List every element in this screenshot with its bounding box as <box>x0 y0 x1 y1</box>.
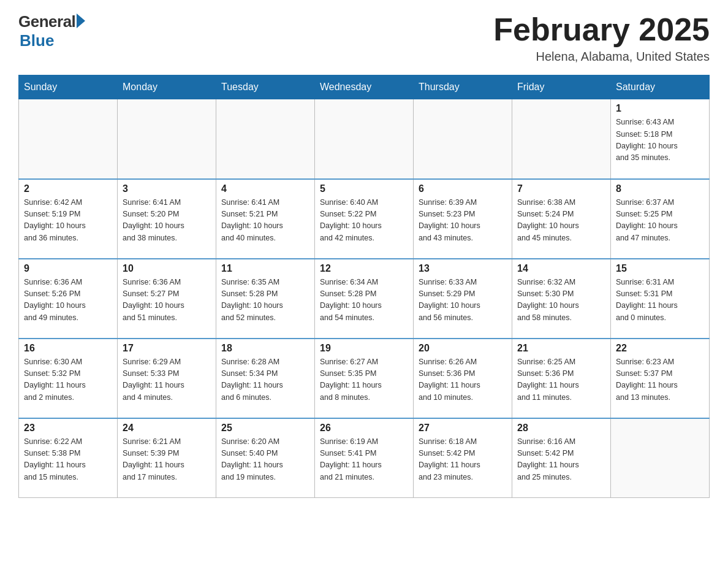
day-number: 1 <box>616 103 704 114</box>
day-number: 5 <box>320 183 408 194</box>
table-row: 2Sunrise: 6:42 AMSunset: 5:19 PMDaylight… <box>19 179 118 259</box>
day-info: Sunrise: 6:34 AMSunset: 5:28 PMDaylight:… <box>320 277 408 324</box>
day-info: Sunrise: 6:20 AMSunset: 5:40 PMDaylight:… <box>221 436 309 484</box>
day-info: Sunrise: 6:41 AMSunset: 5:21 PMDaylight:… <box>221 197 309 245</box>
day-info: Sunrise: 6:16 AMSunset: 5:42 PMDaylight:… <box>517 436 605 484</box>
day-number: 23 <box>24 423 112 434</box>
calendar-week-row: 9Sunrise: 6:36 AMSunset: 5:26 PMDaylight… <box>19 259 710 339</box>
table-row: 11Sunrise: 6:35 AMSunset: 5:28 PMDayligh… <box>216 259 315 339</box>
day-info: Sunrise: 6:23 AMSunset: 5:37 PMDaylight:… <box>616 356 704 404</box>
table-row: 6Sunrise: 6:39 AMSunset: 5:23 PMDaylight… <box>414 179 512 259</box>
day-info: Sunrise: 6:36 AMSunset: 5:27 PMDaylight:… <box>123 277 211 324</box>
day-number: 26 <box>320 423 408 434</box>
day-info: Sunrise: 6:43 AMSunset: 5:18 PMDaylight:… <box>616 117 704 164</box>
day-number: 2 <box>24 183 112 194</box>
day-number: 17 <box>123 343 211 354</box>
logo-general-text: General <box>18 12 75 31</box>
day-number: 8 <box>616 183 704 194</box>
table-row: 21Sunrise: 6:25 AMSunset: 5:36 PMDayligh… <box>512 339 611 418</box>
table-row: 17Sunrise: 6:29 AMSunset: 5:33 PMDayligh… <box>118 339 216 418</box>
table-row: 12Sunrise: 6:34 AMSunset: 5:28 PMDayligh… <box>315 259 414 339</box>
table-row <box>216 99 315 179</box>
table-row: 1Sunrise: 6:43 AMSunset: 5:18 PMDaylight… <box>611 99 710 179</box>
day-number: 15 <box>616 263 704 274</box>
day-info: Sunrise: 6:18 AMSunset: 5:42 PMDaylight:… <box>419 436 507 484</box>
day-number: 10 <box>123 263 211 274</box>
table-row: 9Sunrise: 6:36 AMSunset: 5:26 PMDaylight… <box>19 259 118 339</box>
calendar-week-row: 16Sunrise: 6:30 AMSunset: 5:32 PMDayligh… <box>19 339 710 418</box>
day-info: Sunrise: 6:41 AMSunset: 5:20 PMDaylight:… <box>123 197 211 245</box>
day-number: 3 <box>123 183 211 194</box>
day-info: Sunrise: 6:38 AMSunset: 5:24 PMDaylight:… <box>517 197 605 245</box>
table-row: 14Sunrise: 6:32 AMSunset: 5:30 PMDayligh… <box>512 259 611 339</box>
table-row <box>611 418 710 498</box>
day-number: 16 <box>24 343 112 354</box>
table-row <box>19 99 118 179</box>
day-number: 7 <box>517 183 605 194</box>
table-row <box>315 99 414 179</box>
table-row <box>512 99 611 179</box>
table-row: 15Sunrise: 6:31 AMSunset: 5:31 PMDayligh… <box>611 259 710 339</box>
table-row: 8Sunrise: 6:37 AMSunset: 5:25 PMDaylight… <box>611 179 710 259</box>
day-number: 28 <box>517 423 605 434</box>
day-info: Sunrise: 6:26 AMSunset: 5:36 PMDaylight:… <box>419 356 507 404</box>
day-info: Sunrise: 6:21 AMSunset: 5:39 PMDaylight:… <box>123 436 211 484</box>
day-number: 22 <box>616 343 704 354</box>
table-row: 23Sunrise: 6:22 AMSunset: 5:38 PMDayligh… <box>19 418 118 498</box>
calendar-table: Sunday Monday Tuesday Wednesday Thursday… <box>18 75 710 498</box>
day-number: 6 <box>419 183 507 194</box>
calendar-week-row: 2Sunrise: 6:42 AMSunset: 5:19 PMDaylight… <box>19 179 710 259</box>
location-text: Helena, Alabama, United States <box>493 50 710 64</box>
day-number: 11 <box>221 263 309 274</box>
table-row: 7Sunrise: 6:38 AMSunset: 5:24 PMDaylight… <box>512 179 611 259</box>
table-row: 18Sunrise: 6:28 AMSunset: 5:34 PMDayligh… <box>216 339 315 418</box>
table-row: 26Sunrise: 6:19 AMSunset: 5:41 PMDayligh… <box>315 418 414 498</box>
day-number: 24 <box>123 423 211 434</box>
day-info: Sunrise: 6:22 AMSunset: 5:38 PMDaylight:… <box>24 436 112 484</box>
day-info: Sunrise: 6:25 AMSunset: 5:36 PMDaylight:… <box>517 356 605 404</box>
table-row: 13Sunrise: 6:33 AMSunset: 5:29 PMDayligh… <box>414 259 512 339</box>
table-row: 19Sunrise: 6:27 AMSunset: 5:35 PMDayligh… <box>315 339 414 418</box>
day-number: 12 <box>320 263 408 274</box>
col-thursday: Thursday <box>414 75 512 99</box>
col-tuesday: Tuesday <box>216 75 315 99</box>
col-monday: Monday <box>118 75 216 99</box>
calendar-header-row: Sunday Monday Tuesday Wednesday Thursday… <box>19 75 710 99</box>
day-info: Sunrise: 6:35 AMSunset: 5:28 PMDaylight:… <box>221 277 309 324</box>
table-row: 25Sunrise: 6:20 AMSunset: 5:40 PMDayligh… <box>216 418 315 498</box>
day-number: 14 <box>517 263 605 274</box>
table-row: 4Sunrise: 6:41 AMSunset: 5:21 PMDaylight… <box>216 179 315 259</box>
day-info: Sunrise: 6:28 AMSunset: 5:34 PMDaylight:… <box>221 356 309 404</box>
table-row: 28Sunrise: 6:16 AMSunset: 5:42 PMDayligh… <box>512 418 611 498</box>
table-row: 24Sunrise: 6:21 AMSunset: 5:39 PMDayligh… <box>118 418 216 498</box>
day-info: Sunrise: 6:40 AMSunset: 5:22 PMDaylight:… <box>320 197 408 245</box>
col-friday: Friday <box>512 75 611 99</box>
table-row <box>414 99 512 179</box>
table-row: 20Sunrise: 6:26 AMSunset: 5:36 PMDayligh… <box>414 339 512 418</box>
day-info: Sunrise: 6:30 AMSunset: 5:32 PMDaylight:… <box>24 356 112 404</box>
day-info: Sunrise: 6:36 AMSunset: 5:26 PMDaylight:… <box>24 277 112 324</box>
day-number: 18 <box>221 343 309 354</box>
table-row: 16Sunrise: 6:30 AMSunset: 5:32 PMDayligh… <box>19 339 118 418</box>
table-row <box>118 99 216 179</box>
table-row: 5Sunrise: 6:40 AMSunset: 5:22 PMDaylight… <box>315 179 414 259</box>
day-info: Sunrise: 6:27 AMSunset: 5:35 PMDaylight:… <box>320 356 408 404</box>
title-section: February 2025 Helena, Alabama, United St… <box>493 12 710 64</box>
page-header: General Blue February 2025 Helena, Alaba… <box>18 12 710 64</box>
day-number: 27 <box>419 423 507 434</box>
day-info: Sunrise: 6:37 AMSunset: 5:25 PMDaylight:… <box>616 197 704 245</box>
day-info: Sunrise: 6:29 AMSunset: 5:33 PMDaylight:… <box>123 356 211 404</box>
day-number: 13 <box>419 263 507 274</box>
day-number: 25 <box>221 423 309 434</box>
day-number: 20 <box>419 343 507 354</box>
col-saturday: Saturday <box>611 75 710 99</box>
day-info: Sunrise: 6:19 AMSunset: 5:41 PMDaylight:… <box>320 436 408 484</box>
day-number: 9 <box>24 263 112 274</box>
calendar-week-row: 1Sunrise: 6:43 AMSunset: 5:18 PMDaylight… <box>19 99 710 179</box>
day-info: Sunrise: 6:32 AMSunset: 5:30 PMDaylight:… <box>517 277 605 324</box>
logo-blue-text: Blue <box>20 31 54 50</box>
table-row: 3Sunrise: 6:41 AMSunset: 5:20 PMDaylight… <box>118 179 216 259</box>
logo-triangle-icon <box>77 13 85 28</box>
table-row: 22Sunrise: 6:23 AMSunset: 5:37 PMDayligh… <box>611 339 710 418</box>
col-sunday: Sunday <box>19 75 118 99</box>
